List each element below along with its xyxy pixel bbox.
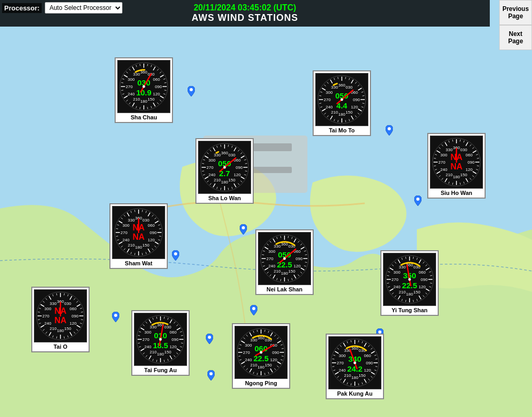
svg-text:330: 330 (274, 244, 281, 249)
svg-point-165 (224, 166, 226, 169)
svg-text:210: 210 (331, 110, 338, 115)
station-sham-wat[interactable]: 360030060090120150180210240270300330NANA… (109, 203, 168, 269)
prev-page-button[interactable]: PreviousPage (499, 0, 532, 25)
station-name: Pak Kung Au (328, 390, 381, 397)
svg-text:120: 120 (170, 345, 177, 349)
processor-select[interactable]: Auto Select Processor (45, 2, 122, 14)
svg-text:150: 150 (460, 173, 467, 177)
station-tai-o[interactable]: 360030060090120150180210240270300330NANA… (31, 287, 90, 352)
svg-text:300: 300 (144, 330, 152, 335)
svg-text:300: 300 (440, 153, 448, 157)
svg-text:270: 270 (324, 97, 331, 102)
svg-point-594 (354, 362, 356, 364)
station-name: Sham Wat (112, 260, 165, 266)
svg-text:240: 240 (393, 285, 401, 289)
svg-text:210: 210 (274, 269, 281, 274)
svg-text:300: 300 (44, 306, 52, 311)
station-yi-tung-shan[interactable]: 3600300600901201501802102402703003303502… (380, 250, 439, 316)
svg-text:300: 300 (326, 90, 333, 95)
station-pak-kung-au[interactable]: 3600300600901201501802102402703003303402… (326, 334, 384, 399)
svg-text:150: 150 (265, 363, 272, 367)
station-name: Sha Lo Wan (198, 195, 251, 201)
svg-text:120: 120 (148, 238, 155, 242)
svg-text:150: 150 (358, 373, 366, 378)
station-sha-chau[interactable]: 3600300600901201501802102402703003300301… (115, 57, 173, 123)
station-name: Siu Ho Wan (430, 190, 483, 196)
svg-text:360: 360 (338, 83, 345, 88)
svg-text:060: 060 (153, 77, 160, 82)
svg-text:300: 300 (393, 270, 401, 275)
svg-text:10.9: 10.9 (136, 88, 151, 97)
svg-text:150: 150 (64, 326, 71, 331)
svg-text:060: 060 (364, 353, 372, 358)
svg-text:180: 180 (135, 245, 142, 250)
svg-text:270: 270 (126, 84, 133, 89)
processor-label: Processor: (2, 3, 42, 13)
svg-text:240: 240 (326, 105, 333, 109)
svg-text:300: 300 (128, 77, 135, 82)
svg-point-325 (283, 257, 286, 260)
station-name: Yi Tung Shan (383, 307, 436, 313)
svg-text:240: 240 (128, 92, 135, 96)
svg-text:030: 030 (142, 218, 150, 223)
svg-text:120: 120 (466, 167, 473, 172)
svg-text:NA: NA (132, 232, 145, 241)
station-name: Tai Mo To (315, 127, 368, 133)
svg-text:270: 270 (243, 350, 250, 355)
svg-text:090: 090 (295, 256, 303, 261)
svg-text:330: 330 (250, 338, 257, 342)
svg-text:330: 330 (150, 325, 157, 329)
svg-text:210: 210 (399, 290, 406, 295)
svg-text:180: 180 (338, 112, 345, 117)
station-tai-fung-au[interactable]: 3600300600901201501802102402703003300101… (131, 310, 190, 376)
svg-text:330: 330 (133, 72, 140, 77)
station-siu-ho-wan[interactable]: 360030060090120150180210240270300330NANA… (427, 133, 486, 199)
svg-point-540 (260, 351, 263, 354)
svg-text:120: 120 (70, 321, 77, 326)
svg-text:090: 090 (71, 314, 79, 318)
svg-text:150: 150 (288, 269, 295, 274)
svg-text:120: 120 (364, 368, 372, 373)
svg-text:360: 360 (221, 151, 228, 155)
station-ngong-ping[interactable]: 3600300600901201501802102402703003300602… (232, 323, 290, 389)
station-nei-lak-shan[interactable]: 3600300600901201501802102402703003300502… (255, 229, 314, 295)
svg-text:030: 030 (164, 325, 171, 329)
svg-text:24.2: 24.2 (347, 364, 362, 373)
svg-text:330: 330 (331, 85, 338, 90)
svg-text:180: 180 (157, 352, 164, 357)
svg-text:240: 240 (339, 368, 346, 373)
svg-text:150: 150 (345, 110, 353, 115)
next-page-button[interactable]: NextPage (499, 25, 532, 50)
svg-text:240: 240 (440, 167, 448, 172)
svg-text:180: 180 (257, 365, 265, 370)
svg-text:300: 300 (339, 353, 346, 358)
svg-text:330: 330 (446, 148, 453, 152)
svg-text:060: 060 (466, 153, 473, 157)
svg-text:210: 210 (133, 97, 140, 102)
svg-text:240: 240 (144, 345, 152, 349)
svg-text:330: 330 (50, 301, 57, 306)
station-name: Sha Chau (117, 114, 170, 120)
svg-text:210: 210 (344, 373, 351, 378)
svg-text:180: 180 (281, 271, 288, 276)
svg-text:300: 300 (245, 343, 252, 348)
svg-text:22.5: 22.5 (277, 260, 292, 269)
svg-text:270: 270 (206, 165, 214, 170)
svg-text:NA: NA (54, 316, 67, 325)
svg-text:210: 210 (446, 173, 453, 177)
svg-text:270: 270 (438, 160, 446, 165)
svg-text:210: 210 (150, 350, 157, 354)
svg-text:270: 270 (391, 277, 399, 282)
svg-text:090: 090 (171, 337, 179, 342)
svg-text:NA: NA (450, 162, 463, 171)
station-sha-lo-wan[interactable]: 3600300600901201501802102402703003300502… (195, 138, 254, 204)
svg-text:270: 270 (337, 361, 344, 365)
svg-text:120: 120 (153, 92, 160, 96)
svg-text:120: 120 (419, 285, 426, 289)
svg-text:270: 270 (120, 230, 128, 235)
svg-text:030: 030 (345, 85, 353, 90)
station-name: Tai O (34, 344, 87, 350)
svg-text:120: 120 (234, 173, 241, 177)
station-tai-mo-to[interactable]: 3600300600901201501802102402703003300504… (313, 70, 371, 136)
svg-text:060: 060 (170, 330, 177, 335)
